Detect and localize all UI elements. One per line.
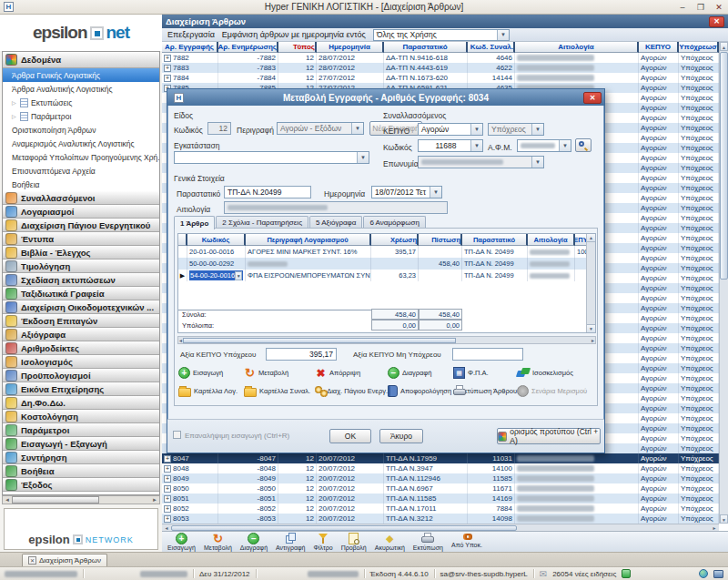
scroll-thumb[interactable] xyxy=(183,338,456,343)
toolbar-button[interactable]: +Εισαγωγή xyxy=(167,533,196,551)
mail-icon[interactable]: ✉ xyxy=(540,569,547,579)
grid-row[interactable]: 50-00-00-0292458,40ΤΠ-ΔΑ Ν. 20499 xyxy=(178,258,595,270)
sidebar-section[interactable]: Συναλλασσόμενοι xyxy=(3,191,159,205)
table-row[interactable]: +8048-80481220/07/2012ΤΠ-ΔΑ Ν.394714100Α… xyxy=(162,463,719,473)
minimize-button[interactable]: – xyxy=(673,1,692,14)
διαχ-πάγιου-ενεργ--button[interactable]: Διαχ. Πάγιου Ενεργ. xyxy=(315,385,388,397)
scroll-down-icon[interactable]: ▼ xyxy=(587,324,595,332)
απόρριψη-button[interactable]: ✖Απόρριψη xyxy=(315,367,388,379)
sidebar-section[interactable]: Αριθμοδείκτες xyxy=(3,341,159,355)
dialog-close-button[interactable]: ✕ xyxy=(583,92,602,104)
column-header[interactable]: Τύπος xyxy=(278,42,317,53)
table-row[interactable]: +8047-80471220/07/2012ΤΠ-ΔΑ Ν.1795911031… xyxy=(162,453,719,463)
date-range-select[interactable]: Όλης της Χρήσης ▼ xyxy=(373,29,510,41)
scroll-thumb[interactable] xyxy=(720,52,728,280)
expand-row-icon[interactable]: + xyxy=(164,495,171,503)
kepyo-liable-value-input[interactable]: 395,17 xyxy=(266,348,337,361)
expand-row-icon[interactable]: + xyxy=(164,55,171,62)
sidebar-item[interactable]: Μεταφορά Υπολοίπων Προηγούμενης Χρή... xyxy=(3,150,159,164)
imerominia-select[interactable]: 18/07/2012 Τετ▼ xyxy=(371,186,442,198)
afm-select[interactable]: ▼ xyxy=(517,139,571,152)
table-row[interactable]: +8053-80531220/07/2012ΤΠ-ΔΑ Ν.321214098Α… xyxy=(162,514,719,524)
kepyo-select[interactable]: Αγορών▼ xyxy=(418,123,483,136)
scroll-thumb[interactable] xyxy=(171,525,517,531)
maximize-button[interactable]: ❐ xyxy=(692,1,710,14)
φ-π-α--button[interactable]: ▦Φ.Π.Α. xyxy=(453,367,517,379)
sidebar-section[interactable]: Δη.Φο.Δω. xyxy=(3,396,159,410)
expand-row-icon[interactable]: + xyxy=(164,485,171,493)
expand-row-icon[interactable]: + xyxy=(164,515,171,523)
grid-row[interactable]: ▶54-00-20-0016▼ΦΠΑ ΕΙΣΡΟΩΝ/ΕΜΠΟΡΕΥΜΑΤΩΝ … xyxy=(178,270,595,281)
sidebar-section[interactable]: Λογαριασμοί xyxy=(3,205,159,219)
sidebar-item[interactable]: Επισυναπτόμενα Αρχεία xyxy=(3,164,159,178)
grid-vertical-scrollbar[interactable]: ▲ ▼ xyxy=(586,234,595,332)
sidebar-section[interactable]: Έντυπα xyxy=(3,232,159,246)
expand-arrow-icon[interactable]: ▷ xyxy=(12,113,17,119)
toolbar-button[interactable]: Εκτύπωση xyxy=(413,533,443,551)
sidebar-section[interactable]: Αξιόγραφα xyxy=(3,328,159,341)
table-row[interactable]: +8051-80511220/07/2012ΤΠ-ΔΑ Ν.1158514169… xyxy=(162,494,719,504)
column-header[interactable]: Κωδ. Συναλ. xyxy=(468,42,515,53)
sidebar-section[interactable]: Διαχείριση Πάγιου Ενεργητικού xyxy=(3,219,159,232)
kepyo-nonliable-value-input[interactable] xyxy=(452,348,523,361)
εισαγωγή-button[interactable]: +Εισαγωγή xyxy=(178,367,244,379)
grid-column-header[interactable]: Κωδικός xyxy=(187,234,246,246)
scroll-up-icon[interactable]: ▲ xyxy=(720,42,728,51)
mdi-close-button[interactable]: ✕ xyxy=(709,16,724,27)
table-row[interactable]: +7883-78831228/07/2012ΔΑ-ΤΠ Ν.4443-61946… xyxy=(162,63,719,73)
grid-column-header[interactable]: Πίστωση xyxy=(419,234,462,246)
expand-row-icon[interactable]: + xyxy=(164,505,171,513)
διαγραφή-button[interactable]: −Διαγραφή xyxy=(388,367,453,379)
sidebar-section[interactable]: Τιμολόγηση xyxy=(3,259,159,273)
repeat-insert-checkbox[interactable] xyxy=(173,431,181,439)
expand-row-icon[interactable]: + xyxy=(164,465,171,473)
table-vertical-scrollbar[interactable]: ▲ ▼ xyxy=(719,42,728,524)
sidebar-section[interactable]: Συντήρηση xyxy=(3,451,159,464)
column-header[interactable]: Αρ. Ενημέρωσης xyxy=(218,42,278,53)
sidebar-section[interactable]: Ισολογισμός xyxy=(3,355,159,369)
sidebar-item[interactable]: Άρθρα Γενικής Λογιστικής xyxy=(3,68,159,82)
sidebar-item[interactable]: ▷Παράμετροι xyxy=(3,109,159,123)
expand-row-icon[interactable]: + xyxy=(164,455,171,463)
sidebar-item[interactable]: Βοήθεια xyxy=(3,178,159,191)
ισοσκελισμός-button[interactable]: Ισοσκελισμός xyxy=(517,367,595,379)
sidebar-section[interactable]: Έξοδος xyxy=(3,478,159,492)
dialog-tab[interactable]: 6 Αναμόρφωση xyxy=(363,216,425,229)
sidebar-section[interactable]: Διαχείριση Οικοδομοτεχνικών ... xyxy=(3,300,159,314)
table-horizontal-scrollbar[interactable]: ◄ ► xyxy=(162,524,719,531)
sidebar-section[interactable]: Εισαγωγή - Εξαγωγή xyxy=(3,437,159,451)
scroll-down-icon[interactable]: ▼ xyxy=(720,514,728,524)
sidebar-section[interactable]: Εικόνα Επιχείρησης xyxy=(3,382,159,396)
column-header[interactable]: Παραστατικό xyxy=(384,42,468,53)
expand-row-icon[interactable]: + xyxy=(164,75,171,82)
αποφορολόγηση-button[interactable]: Αποφορολόγηση xyxy=(388,385,453,397)
selected-account-cell[interactable]: 54-00-20-0016▼ xyxy=(189,270,243,280)
parastatiko-input[interactable]: ΤΠ-ΔΑ Ν.20499 xyxy=(224,186,311,198)
grid-column-header[interactable]: Παραστατικό xyxy=(462,234,528,246)
sidebar-section[interactable]: Βοήθεια xyxy=(3,464,159,478)
sidebar-item[interactable]: Αναμερισμός Αναλυτικής Λογιστικής xyxy=(3,137,159,150)
sidebar-item[interactable]: Οριστικοποίηση Άρθρων xyxy=(3,123,159,137)
expand-row-icon[interactable]: + xyxy=(164,65,171,72)
dialog-tab[interactable]: 5 Αξιόγραφα xyxy=(309,216,362,229)
table-row[interactable]: +8052-80521220/07/2012ΤΠ-ΔΑ Ν.170117884Α… xyxy=(162,504,719,514)
table-row[interactable]: +8050-80501220/07/2012ΤΠ-ΔΑ Ν.696711671Α… xyxy=(162,483,719,494)
eponymia-select[interactable]: ▼ xyxy=(418,156,544,168)
close-button[interactable]: ✕ xyxy=(710,1,728,14)
status-news[interactable]: 26054 νέες ειδήσεις xyxy=(552,570,616,578)
column-header[interactable]: ΚΕΠΥΟ xyxy=(639,42,679,53)
εκτύπωση-άρθρου-button[interactable]: Εκτύπωση Άρθρου xyxy=(453,385,517,397)
μεταβολή-button[interactable]: ↻Μεταβολή xyxy=(244,367,315,379)
grid-column-header[interactable]: Χρέωση xyxy=(371,234,419,246)
scroll-left-icon[interactable]: ◄ xyxy=(3,497,12,503)
liable-select[interactable]: Υπόχρεος▼ xyxy=(488,123,544,136)
grid-column-header[interactable]: Αιτιολογία xyxy=(528,234,575,246)
sidebar-section[interactable]: Ταξιδιωτικά Γραφεία xyxy=(3,287,159,300)
sidebar-section[interactable]: Παράμετροι xyxy=(3,423,159,437)
scroll-left-icon[interactable]: ◄ xyxy=(162,525,171,531)
sidebar-section[interactable]: Έκδοση Επιταγών xyxy=(3,314,159,328)
expand-row-icon[interactable]: + xyxy=(164,475,171,483)
scroll-right-icon[interactable]: ► xyxy=(150,497,159,503)
ok-button[interactable]: OK xyxy=(329,429,371,443)
grid-horizontal-scrollbar[interactable]: ◄ ► xyxy=(177,336,596,344)
